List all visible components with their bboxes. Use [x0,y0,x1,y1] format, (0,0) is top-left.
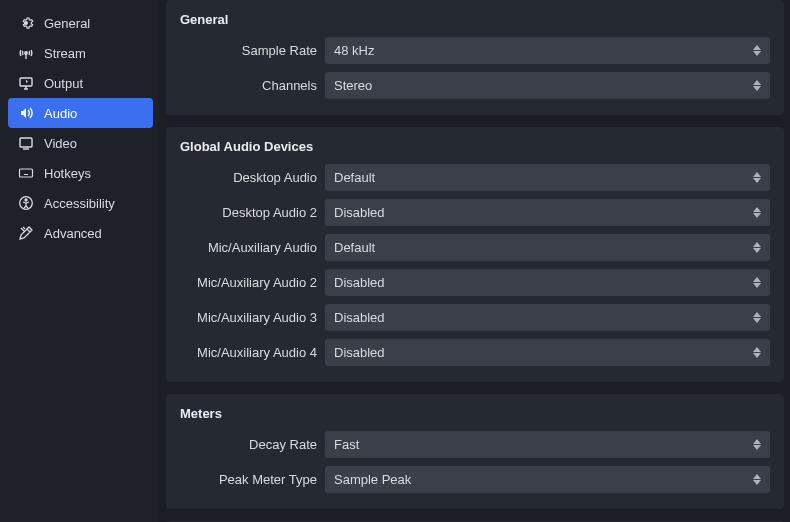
section-title: General [180,12,770,27]
sidebar-item-stream[interactable]: Stream [8,38,153,68]
sidebar-item-advanced[interactable]: Advanced [8,218,153,248]
sidebar-item-label: General [44,16,90,31]
combo-value: Disabled [334,275,750,290]
label-channels: Channels [180,78,325,93]
spin-icon [750,45,764,56]
svg-point-5 [25,199,27,201]
row-desktop-audio: Desktop Audio Default [180,164,770,191]
sidebar-item-accessibility[interactable]: Accessibility [8,188,153,218]
sidebar-item-hotkeys[interactable]: Hotkeys [8,158,153,188]
label-mic-aux: Mic/Auxiliary Audio [180,240,325,255]
combo-value: Default [334,240,750,255]
combo-channels[interactable]: Stereo [325,72,770,99]
antenna-icon [18,45,34,61]
spin-icon [750,277,764,288]
spin-icon [750,474,764,485]
section-title: Meters [180,406,770,421]
row-mic-aux-4: Mic/Auxiliary Audio 4 Disabled [180,339,770,366]
svg-rect-2 [20,138,32,147]
spin-icon [750,312,764,323]
combo-value: Disabled [334,310,750,325]
combo-mic-aux-4[interactable]: Disabled [325,339,770,366]
combo-desktop-audio[interactable]: Default [325,164,770,191]
speaker-icon [18,105,34,121]
combo-value: Stereo [334,78,750,93]
row-peak-meter-type: Peak Meter Type Sample Peak [180,466,770,493]
combo-value: Disabled [334,345,750,360]
spin-icon [750,439,764,450]
section-title: Global Audio Devices [180,139,770,154]
sidebar-item-general[interactable]: General [8,8,153,38]
row-sample-rate: Sample Rate 48 kHz [180,37,770,64]
combo-value: Default [334,170,750,185]
sidebar-item-label: Video [44,136,77,151]
combo-value: Disabled [334,205,750,220]
sidebar-item-video[interactable]: Video [8,128,153,158]
combo-sample-rate[interactable]: 48 kHz [325,37,770,64]
screen-icon [18,135,34,151]
row-decay-rate: Decay Rate Fast [180,431,770,458]
tools-icon [18,225,34,241]
svg-point-0 [25,52,27,54]
row-mic-aux-3: Mic/Auxiliary Audio 3 Disabled [180,304,770,331]
sidebar-item-label: Output [44,76,83,91]
row-mic-aux: Mic/Auxiliary Audio Default [180,234,770,261]
sidebar-item-label: Advanced [44,226,102,241]
section-meters: Meters Decay Rate Fast Peak Meter Type S… [166,394,784,509]
settings-main: General Sample Rate 48 kHz Channels Ster… [158,0,790,522]
label-mic-aux-2: Mic/Auxiliary Audio 2 [180,275,325,290]
combo-mic-aux[interactable]: Default [325,234,770,261]
combo-decay-rate[interactable]: Fast [325,431,770,458]
combo-peak-meter-type[interactable]: Sample Peak [325,466,770,493]
combo-value: Sample Peak [334,472,750,487]
spin-icon [750,242,764,253]
label-desktop-audio-2: Desktop Audio 2 [180,205,325,220]
label-peak-meter-type: Peak Meter Type [180,472,325,487]
label-sample-rate: Sample Rate [180,43,325,58]
combo-desktop-audio-2[interactable]: Disabled [325,199,770,226]
sidebar: General Stream Output Audio Video Hotkey… [0,0,158,522]
spin-icon [750,80,764,91]
sidebar-item-label: Audio [44,106,77,121]
row-channels: Channels Stereo [180,72,770,99]
accessibility-icon [18,195,34,211]
section-general: General Sample Rate 48 kHz Channels Ster… [166,0,784,115]
row-mic-aux-2: Mic/Auxiliary Audio 2 Disabled [180,269,770,296]
sidebar-item-label: Hotkeys [44,166,91,181]
sidebar-item-label: Stream [44,46,86,61]
combo-value: Fast [334,437,750,452]
section-global-audio-devices: Global Audio Devices Desktop Audio Defau… [166,127,784,382]
combo-mic-aux-2[interactable]: Disabled [325,269,770,296]
sidebar-item-audio[interactable]: Audio [8,98,153,128]
sidebar-item-output[interactable]: Output [8,68,153,98]
spin-icon [750,347,764,358]
spin-icon [750,207,764,218]
combo-value: 48 kHz [334,43,750,58]
sidebar-item-label: Accessibility [44,196,115,211]
combo-mic-aux-3[interactable]: Disabled [325,304,770,331]
label-decay-rate: Decay Rate [180,437,325,452]
svg-rect-3 [20,169,33,177]
monitor-icon [18,75,34,91]
label-desktop-audio: Desktop Audio [180,170,325,185]
gear-icon [18,15,34,31]
label-mic-aux-3: Mic/Auxiliary Audio 3 [180,310,325,325]
keyboard-icon [18,165,34,181]
label-mic-aux-4: Mic/Auxiliary Audio 4 [180,345,325,360]
spin-icon [750,172,764,183]
row-desktop-audio-2: Desktop Audio 2 Disabled [180,199,770,226]
